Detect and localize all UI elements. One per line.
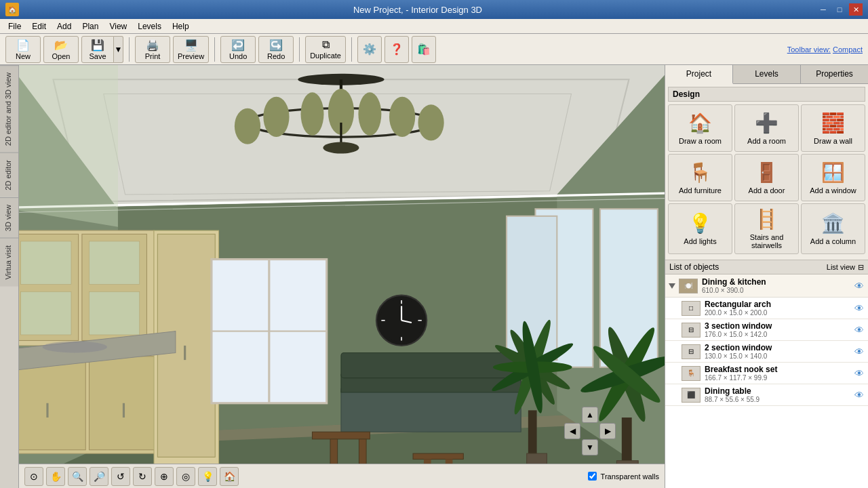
- design-btn-add-a-column[interactable]: 🏛️Add a column: [801, 203, 865, 254]
- preview-button[interactable]: 🖥️ Preview: [173, 36, 209, 63]
- visibility-toggle-2[interactable]: 👁: [854, 325, 864, 336]
- light-toggle-button[interactable]: 💡: [198, 467, 217, 486]
- rotate-right-button[interactable]: ↻: [133, 467, 152, 486]
- svg-rect-31: [90, 357, 161, 450]
- list-view-button[interactable]: List view ⊟: [827, 263, 864, 272]
- obj-name-2: 3 section window: [705, 321, 850, 331]
- objects-list[interactable]: 🍽️ Dining & kitchen 610.0 × 390.0 👁 □ Re…: [665, 274, 868, 488]
- zoom-in-button[interactable]: 🔎: [90, 467, 108, 486]
- visibility-toggle-0[interactable]: 👁: [854, 281, 864, 291]
- design-btn-add-a-window[interactable]: 🪟Add a window: [801, 154, 865, 201]
- nav-down-button[interactable]: ▼: [582, 439, 598, 455]
- left-tab-2d-editor[interactable]: 2D editor: [0, 152, 18, 197]
- design-btn-draw-a-wall[interactable]: 🧱Draw a wall: [801, 104, 865, 152]
- obj-info-3: 2 section window 130.0 × 15.0 × 140.0: [705, 343, 850, 360]
- obj-dims-0: 610.0 × 390.0: [702, 287, 850, 294]
- panel-tabs: ProjectLevelsProperties: [665, 65, 868, 84]
- 360-view-button[interactable]: ⊙: [24, 467, 43, 486]
- toolbar-separator-3: [299, 37, 300, 62]
- save-button-group: 💾 Save ▼: [81, 36, 123, 63]
- open-button[interactable]: 📂 Open: [43, 36, 79, 63]
- menu-item-view[interactable]: View: [104, 20, 132, 33]
- minimize-button[interactable]: ─: [816, 3, 830, 16]
- svg-rect-27: [90, 241, 140, 285]
- left-tab-3d-view[interactable]: 3D view: [0, 197, 18, 238]
- svg-rect-30: [19, 357, 85, 450]
- redo-label: Redo: [267, 52, 285, 60]
- obj-name-3: 2 section window: [705, 343, 850, 352]
- object-item-1[interactable]: □ Rectangular arch 200.0 × 15.0 × 200.0 …: [665, 298, 868, 319]
- transparent-walls-label[interactable]: Transparent walls: [601, 472, 659, 481]
- object-item-3[interactable]: ⊟ 2 section window 130.0 × 15.0 × 140.0 …: [665, 341, 868, 363]
- undo-label: Undo: [229, 52, 247, 60]
- visibility-toggle-1[interactable]: 👁: [854, 303, 864, 314]
- zoom-out-button[interactable]: 🔍: [68, 467, 87, 486]
- design-btn-add-a-room[interactable]: ➕Add a room: [734, 104, 799, 152]
- design-btn-add-a-door[interactable]: 🚪Add a door: [734, 154, 799, 201]
- svg-rect-70: [622, 418, 632, 468]
- panel-tab-project[interactable]: Project: [665, 65, 733, 84]
- svg-rect-55: [341, 352, 521, 378]
- menu-item-plan[interactable]: Plan: [77, 20, 104, 33]
- panel-tab-properties[interactable]: Properties: [801, 65, 868, 83]
- nav-left-button[interactable]: ◀: [564, 423, 580, 439]
- transparent-walls-checkbox[interactable]: [588, 472, 597, 481]
- menu-item-help[interactable]: Help: [167, 20, 195, 33]
- menu-item-file[interactable]: File: [3, 20, 26, 33]
- object-item-5[interactable]: ⬛ Dining table 88.7 × 55.6 × 55.9 👁: [665, 384, 868, 406]
- main-area: 2D editor and 3D view2D editor3D viewVir…: [0, 65, 868, 488]
- design-grid: 🏠Draw a room➕Add a room🧱Draw a wall🪑Add …: [668, 104, 865, 254]
- view-mode-button[interactable]: ◎: [176, 467, 195, 486]
- panel-tab-levels[interactable]: Levels: [733, 65, 801, 83]
- print-icon: 🖨️: [146, 39, 159, 52]
- save-dropdown-button[interactable]: ▼: [114, 36, 123, 63]
- close-button[interactable]: ✕: [849, 3, 863, 16]
- menu-item-edit[interactable]: Edit: [26, 20, 52, 33]
- toolbar-separator-4: [351, 37, 352, 62]
- new-icon: 📄: [16, 39, 30, 52]
- save-button[interactable]: 💾 Save: [81, 36, 114, 63]
- design-btn-icon-4: 🚪: [755, 161, 778, 184]
- home-view-button[interactable]: 🏠: [220, 467, 239, 486]
- viewport[interactable]: ▲ ◀ ▶ ▼ ⊙ ✋ 🔍 🔎 ↺ ↻ ⊕ ◎ 💡 🏠 Transparent …: [19, 65, 665, 488]
- undo-button[interactable]: ↩️ Undo: [220, 36, 256, 63]
- titlebar: 🏠 New Project, - Interior Design 3D ─ □ …: [0, 0, 868, 19]
- navigation-arrows: ▲ ◀ ▶ ▼: [564, 407, 618, 454]
- visibility-toggle-4[interactable]: 👁: [854, 368, 864, 379]
- store-button[interactable]: 🛍️: [412, 36, 436, 63]
- nav-up-button[interactable]: ▲: [582, 407, 598, 423]
- save-icon: 💾: [91, 39, 104, 52]
- obj-name-5: Dining table: [705, 386, 850, 396]
- obj-thumb-5: ⬛: [682, 388, 701, 403]
- visibility-toggle-3[interactable]: 👁: [854, 346, 864, 357]
- rotate-left-button[interactable]: ↺: [111, 467, 130, 486]
- new-button[interactable]: 📄 New: [5, 36, 41, 63]
- object-item-2[interactable]: ⊟ 3 section window 176.0 × 15.0 × 142.0 …: [665, 319, 868, 341]
- nav-right-button[interactable]: ▶: [599, 423, 616, 439]
- orbit-button[interactable]: ⊕: [155, 467, 174, 486]
- design-btn-add-furniture[interactable]: 🪑Add furniture: [668, 154, 732, 201]
- print-button[interactable]: 🖨️ Print: [135, 36, 170, 63]
- menu-item-levels[interactable]: Levels: [132, 20, 167, 33]
- new-label: New: [16, 52, 31, 60]
- design-btn-add-lights[interactable]: 💡Add lights: [668, 203, 732, 254]
- left-tab-2d-editor-and-3d-view[interactable]: 2D editor and 3D view: [0, 65, 18, 152]
- compact-link[interactable]: Compact: [833, 45, 863, 54]
- visibility-toggle-5[interactable]: 👁: [854, 390, 864, 401]
- left-tab-virtua-visit[interactable]: Virtua visit: [0, 238, 18, 287]
- expand-icon-0: [669, 283, 675, 289]
- object-group-0[interactable]: 🍽️ Dining & kitchen 610.0 × 390.0 👁: [665, 274, 868, 298]
- list-view-icon: ⊟: [858, 263, 864, 272]
- object-item-4[interactable]: 🪑 Breakfast nook set 166.7 × 117.7 × 99.…: [665, 363, 868, 384]
- design-btn-stairs-and-stairwells[interactable]: 🪜Stairs and stairwells: [734, 203, 799, 254]
- menu-item-add[interactable]: Add: [52, 20, 77, 33]
- design-btn-draw-a-room[interactable]: 🏠Draw a room: [668, 104, 732, 152]
- help-button[interactable]: ❓: [384, 36, 409, 63]
- duplicate-button[interactable]: ⧉ Duplicate: [305, 36, 346, 63]
- obj-dims-5: 88.7 × 55.6 × 55.9: [705, 396, 850, 403]
- pan-button[interactable]: ✋: [46, 467, 65, 486]
- restore-button[interactable]: □: [833, 3, 846, 16]
- svg-rect-25: [21, 241, 71, 285]
- settings-button[interactable]: ⚙️: [357, 36, 382, 63]
- redo-button[interactable]: ↪️ Redo: [258, 36, 294, 63]
